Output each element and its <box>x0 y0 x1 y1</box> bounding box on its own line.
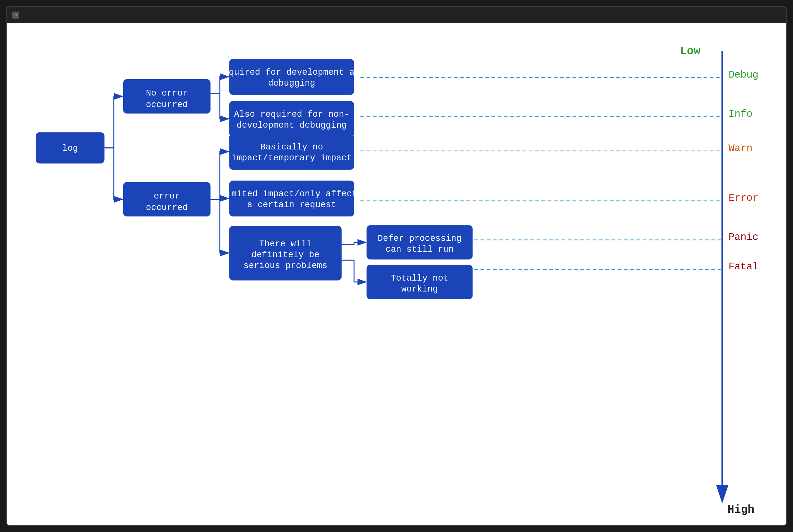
low-label: Low <box>680 45 700 58</box>
error-label: Error <box>729 192 758 204</box>
debug-text-1: Required for development and <box>219 67 365 77</box>
debug-label: Debug <box>729 69 758 80</box>
no-error-label-2: occurred <box>146 100 188 110</box>
error-label-1: error <box>154 191 180 201</box>
info-text-1: Also required for non- <box>234 109 350 119</box>
button-icon: ⊟ <box>15 13 17 17</box>
serious-to-fatal <box>342 260 366 282</box>
panic-label: Panic <box>729 231 758 243</box>
serious-to-panic <box>342 243 366 245</box>
root-to-no-error <box>105 96 122 148</box>
panic-text-1: Defer processing <box>378 233 461 243</box>
no-error-to-info <box>210 93 228 119</box>
app-window: ⊟ Low High Debug Info <box>6 6 787 526</box>
window-button[interactable]: ⊟ <box>12 12 19 19</box>
panic-text-2: can still run <box>385 244 454 254</box>
error-box-text-1: Limited impact/only affects <box>221 189 362 199</box>
root-to-error <box>105 148 122 199</box>
warn-text-1: Basically no <box>260 142 323 152</box>
error-label-2: occurred <box>146 203 188 213</box>
root-label: log <box>62 143 78 153</box>
warn-text-2: impact/temporary impact <box>231 153 352 163</box>
error-box-text-2: a certain request <box>247 200 336 210</box>
debug-text-2: debugging <box>268 78 315 88</box>
diagram-svg: Low High Debug Info Warn Error Panic Fat… <box>7 23 786 525</box>
high-label: High <box>728 504 755 516</box>
titlebar: ⊟ <box>7 7 786 23</box>
serious-text-3: serious problems <box>244 261 327 271</box>
fatal-label: Fatal <box>729 261 758 272</box>
info-text-2: development debugging <box>237 120 347 130</box>
no-error-to-debug <box>210 77 228 93</box>
no-error-label-1: No error <box>146 88 188 98</box>
error-to-serious <box>210 200 228 253</box>
diagram-area: Low High Debug Info Warn Error Panic Fat… <box>7 23 786 525</box>
fatal-text-2: working <box>401 284 438 294</box>
fatal-text-1: Totally not <box>391 273 449 283</box>
info-label: Info <box>729 108 753 120</box>
warn-label: Warn <box>729 143 753 154</box>
serious-text-2: definitely be <box>251 250 320 260</box>
serious-text-1: There will <box>259 239 311 249</box>
